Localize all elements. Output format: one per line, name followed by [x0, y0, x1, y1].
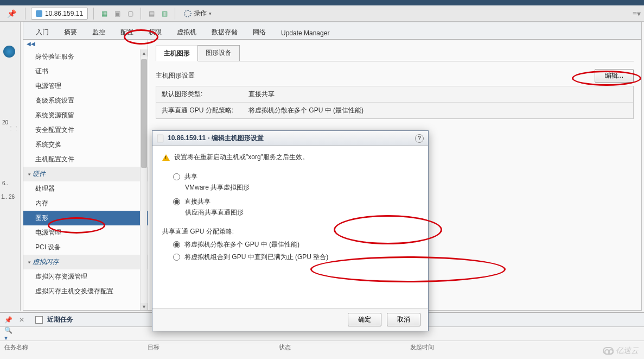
sidebar-item-top-1[interactable]: 证书 [23, 64, 148, 79]
action-icon-5[interactable]: ▥ [160, 9, 169, 18]
sidebar-section-vflash[interactable]: ▾虚拟闪存 [23, 255, 148, 269]
radio-policy-spread-input[interactable] [173, 241, 180, 248]
sidebar-item-top-0[interactable]: 身份验证服务 [23, 49, 148, 64]
scroll-up-icon[interactable]: ▲ [141, 49, 148, 56]
sidebar-item-top-6[interactable]: 系统交换 [23, 137, 148, 152]
warning-icon [162, 154, 170, 161]
sidebar-item-top-4[interactable]: 系统资源预留 [23, 108, 148, 123]
warning-row: 设置将在重新启动主机或"xorg"服务之后生效。 [162, 153, 418, 162]
sidebar-scrollbar[interactable]: ▲ ▼ [140, 49, 147, 310]
sidebar-item-hw-4[interactable]: PCI 设备 [23, 240, 148, 255]
radio-policy-consolidate-input[interactable] [173, 254, 180, 261]
dialog-footer: 确定 取消 [152, 308, 428, 331]
tab-8[interactable]: Update Manager [274, 26, 336, 39]
prop-value: 直接共享 [248, 90, 628, 99]
action-icon-1[interactable]: ▦ [99, 9, 109, 18]
ok-button[interactable]: 确定 [348, 313, 381, 326]
grip-icon[interactable]: ⋮⋮ [8, 125, 19, 131]
actions-dropdown[interactable]: 操作 ▾ [181, 8, 215, 19]
tab-5[interactable]: 虚拟机 [170, 24, 203, 39]
sidebar-collapse-icon[interactable]: ◀◀ [23, 40, 148, 49]
left-rail-text: 20 [2, 119, 8, 125]
host-icon [157, 135, 163, 142]
warning-text: 设置将在重新启动主机或"xorg"服务之后生效。 [174, 153, 309, 162]
dialog-title-text: 10.86.159.11 - 编辑主机图形设置 [168, 134, 264, 143]
pin-icon[interactable]: 📌 [4, 316, 12, 324]
radio-policy-consolidate[interactable]: 将虚拟机组合到 GPU 中直到已满为止 (GPU 整合) [162, 251, 418, 263]
watermark: 亿速云 [603, 346, 639, 356]
radio-share-input[interactable] [173, 173, 180, 180]
tab-4[interactable]: 权限 [142, 24, 169, 39]
radio-direct[interactable]: 直接共享 [162, 196, 418, 208]
tasks-header-0[interactable]: 任务名称 [4, 343, 28, 351]
toolbar: 📌 10.86.159.11 ▦ ▣ ▢ ▤ ▥ 操作 ▾ ≡▾ [0, 5, 644, 22]
tab-3[interactable]: 配置 [113, 24, 141, 39]
action-icon-2[interactable]: ▣ [112, 9, 122, 18]
tasks-header-2[interactable]: 状态 [279, 343, 291, 351]
prop-key: 共享直通 GPU 分配策略: [162, 106, 248, 115]
subtab-row: 主机图形 图形设备 [156, 45, 634, 61]
radio-policy-spread-label: 将虚拟机分散在多个 GPU 中 (最佳性能) [184, 240, 299, 249]
actions-label: 操作 [194, 9, 207, 18]
prop-row-1: 共享直通 GPU 分配策略:将虚拟机分散在多个 GPU 中 (最佳性能) [156, 102, 633, 118]
sidebar-item-top-3[interactable]: 高级系统设置 [23, 93, 148, 108]
ok-label: 确定 [358, 316, 371, 323]
tab-row: 入门摘要监控配置权限虚拟机数据存储网络Update Manager [23, 22, 641, 40]
scroll-thumb[interactable] [141, 59, 147, 168]
sidebar-item-hw-0[interactable]: 处理器 [23, 181, 148, 196]
tab-0[interactable]: 入门 [29, 24, 56, 39]
sidebar-item-vflash-1[interactable]: 虚拟闪存主机交换缓存配置 [23, 284, 148, 299]
pin-icon[interactable]: 📌 [7, 9, 16, 18]
action-icon-3[interactable]: ▢ [125, 9, 135, 18]
sidebar-item-vflash-0[interactable]: 虚拟闪存资源管理 [23, 269, 148, 284]
caret-icon: ▾ [28, 260, 30, 265]
gear-icon [184, 10, 192, 17]
separator [141, 8, 141, 20]
separator [25, 8, 25, 20]
sidebar-item-hw-2[interactable]: 图形 [23, 211, 148, 225]
edit-graphics-dialog: 10.86.159.11 - 编辑主机图形设置 ? 设置将在重新启动主机或"xo… [152, 130, 429, 331]
cancel-button[interactable]: 取消 [387, 313, 420, 326]
sidebar-item-top-5[interactable]: 安全配置文件 [23, 123, 148, 137]
tasks-header-1[interactable]: 目标 [148, 343, 160, 351]
cancel-label: 取消 [397, 316, 410, 323]
subtab-label: 主机图形 [164, 49, 190, 57]
radio-share[interactable]: 共享 [162, 171, 418, 183]
prop-key: 默认图形类型: [162, 90, 248, 99]
tasks-header-3[interactable]: 发起时间 [410, 343, 434, 351]
edit-button[interactable]: 编辑... [595, 69, 634, 83]
sidebar-item-top-2[interactable]: 电源管理 [23, 79, 148, 93]
window-titlebar [0, 0, 644, 5]
tasks-icon [35, 316, 43, 324]
sidebar-item-hw-3[interactable]: 电源管理 [23, 225, 148, 240]
product-logo-icon [3, 46, 15, 58]
prop-row-0: 默认图形类型:直接共享 [156, 86, 633, 102]
tab-1[interactable]: 摘要 [57, 24, 84, 39]
scroll-down-icon[interactable]: ▼ [141, 303, 148, 310]
watermark-icon [603, 347, 614, 355]
sidebar-item-hw-1[interactable]: 内存 [23, 196, 148, 211]
host-ip-chip[interactable]: 10.86.159.11 [31, 8, 88, 20]
tab-6[interactable]: 数据存储 [205, 24, 245, 39]
filter-icon[interactable]: 🔍▾ [4, 330, 13, 338]
radio-direct-input[interactable] [173, 198, 180, 205]
sidebar-section-hardware[interactable]: ▾硬件 [23, 167, 148, 181]
help-icon[interactable]: ? [415, 134, 424, 143]
subtab-graphics-devices[interactable]: 图形设备 [197, 45, 240, 61]
section-title: 主机图形设置 [156, 71, 195, 80]
sidebar-item-top-7[interactable]: 主机配置文件 [23, 152, 148, 167]
settings-sidebar: ◀◀ 身份验证服务证书电源管理高级系统设置系统资源预留安全配置文件系统交换主机配… [23, 40, 148, 310]
host-ip-text: 10.86.159.11 [45, 10, 83, 17]
close-icon[interactable]: ✕ [19, 316, 24, 324]
caret-icon: ▾ [28, 172, 30, 177]
tab-7[interactable]: 网络 [246, 24, 273, 39]
subtab-host-graphics[interactable]: 主机图形 [156, 46, 198, 61]
left-rail-text: 6.. [2, 180, 8, 186]
subtab-label: 图形设备 [206, 49, 232, 56]
separator [93, 8, 94, 20]
more-menu-icon[interactable]: ≡▾ [633, 9, 641, 18]
radio-policy-spread[interactable]: 将虚拟机分散在多个 GPU 中 (最佳性能) [162, 238, 418, 251]
dialog-titlebar[interactable]: 10.86.159.11 - 编辑主机图形设置 ? [152, 131, 428, 146]
action-icon-4[interactable]: ▤ [146, 9, 156, 18]
tab-2[interactable]: 监控 [85, 24, 112, 39]
